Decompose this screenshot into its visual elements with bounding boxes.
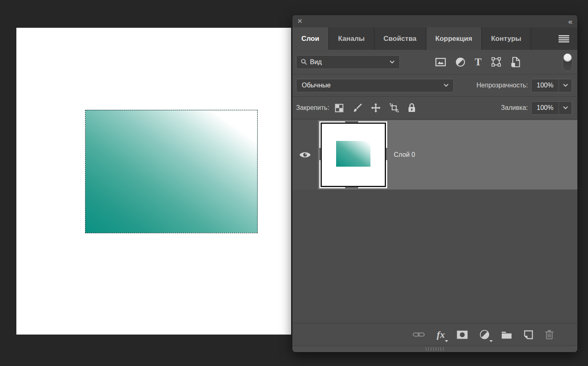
- fill-dropdown-button[interactable]: [559, 102, 572, 114]
- tabstrip-filler: [531, 27, 577, 50]
- layer-visibility-cell[interactable]: [292, 120, 318, 190]
- lock-position-icon[interactable]: [371, 103, 381, 113]
- lock-row: Закрепить:: [292, 97, 577, 119]
- fill-field[interactable]: 100%: [531, 101, 572, 115]
- kind-filter-buttons: T: [435, 57, 520, 67]
- lock-artboard-nesting-icon[interactable]: [389, 103, 399, 113]
- layer-name[interactable]: Слой 0: [394, 151, 415, 158]
- lock-all-icon[interactable]: [408, 103, 416, 113]
- chevron-down-icon: [390, 60, 395, 64]
- thumbnail-frame-notch: [345, 187, 358, 188]
- opacity-dropdown-button[interactable]: [559, 79, 572, 92]
- layer-row[interactable]: Слой 0: [292, 120, 577, 190]
- layer-list[interactable]: Слой 0: [292, 119, 577, 323]
- new-adjustment-layer-button[interactable]: [480, 330, 489, 339]
- link-layers-button[interactable]: [413, 331, 425, 338]
- adjustment-layers-filter-icon[interactable]: [456, 57, 465, 67]
- smart-objects-filter-icon[interactable]: [511, 57, 520, 67]
- new-layer-button[interactable]: [524, 330, 533, 339]
- filter-kind-label: Вид: [310, 58, 390, 66]
- chevron-down-icon: [563, 106, 568, 109]
- lock-image-pixels-icon[interactable]: [352, 103, 362, 113]
- tab-channels[interactable]: Каналы: [329, 27, 374, 50]
- folder-icon: [501, 330, 512, 339]
- dropdown-indicator: [445, 340, 448, 344]
- layers-footer-toolbar: fx: [292, 323, 577, 346]
- shape-layers-filter-icon[interactable]: [491, 57, 501, 67]
- close-icon[interactable]: ✕: [297, 18, 303, 25]
- search-icon: [301, 58, 307, 65]
- blend-mode-value: Обычные: [302, 82, 444, 89]
- fill-value: 100%: [532, 104, 559, 112]
- blend-mode-dropdown[interactable]: Обычные: [296, 79, 454, 92]
- lock-transparent-pixels-icon[interactable]: [334, 103, 344, 113]
- collapse-panel-icon[interactable]: «: [568, 18, 572, 25]
- link-icon: [413, 331, 425, 338]
- blend-mode-row: Обычные Непрозрачность: 100%: [292, 74, 577, 97]
- layers-panel: ✕ « Слои Каналы Свойства Коррекция Конту…: [292, 15, 577, 352]
- thumbnail-gradient-preview: [336, 141, 370, 167]
- panel-header-bar[interactable]: ✕ «: [292, 15, 577, 27]
- eye-icon[interactable]: [299, 151, 311, 159]
- chevron-down-icon: [563, 84, 568, 87]
- opacity-value: 100%: [532, 82, 559, 89]
- layer-style-button[interactable]: fx: [437, 330, 445, 339]
- tab-properties[interactable]: Свойства: [375, 27, 426, 50]
- filter-toggle-knob: [563, 54, 572, 62]
- panel-menu-icon[interactable]: [559, 35, 569, 42]
- new-layer-icon: [524, 330, 533, 339]
- filter-kind-dropdown[interactable]: Вид: [296, 55, 400, 69]
- layer-thumbnail[interactable]: [321, 123, 386, 187]
- fx-icon: fx: [437, 330, 445, 339]
- lock-label: Закрепить:: [296, 104, 329, 112]
- new-group-button[interactable]: [501, 330, 512, 339]
- fill-label: Заливка:: [501, 104, 528, 112]
- chevron-down-icon: [444, 84, 449, 87]
- lock-buttons: [334, 103, 416, 113]
- document-canvas[interactable]: [16, 28, 291, 335]
- filter-row: Вид T: [292, 50, 577, 74]
- thumbnail-frame-notch: [386, 148, 387, 160]
- opacity-field[interactable]: 100%: [531, 79, 572, 92]
- adjustment-circle-icon: [480, 330, 489, 339]
- tab-layers[interactable]: Слои: [292, 27, 328, 50]
- gradient-selection[interactable]: [85, 110, 258, 233]
- tab-paths[interactable]: Контуры: [482, 27, 530, 50]
- layer-mask-icon: [457, 330, 468, 339]
- type-layers-filter-icon[interactable]: T: [475, 57, 482, 67]
- pixel-layers-filter-icon[interactable]: [435, 57, 446, 67]
- panel-resize-strip[interactable]: [292, 346, 577, 352]
- trash-icon: [545, 330, 554, 339]
- delete-layer-button[interactable]: [545, 330, 554, 339]
- layer-thumbnail-frame: [319, 121, 387, 188]
- filter-toggle-switch[interactable]: [563, 53, 572, 71]
- dropdown-indicator: [489, 340, 493, 344]
- opacity-label: Непрозрачность:: [476, 82, 528, 89]
- tab-adjustments[interactable]: Коррекция: [426, 27, 481, 50]
- add-layer-mask-button[interactable]: [457, 330, 468, 339]
- resize-grip[interactable]: [426, 347, 444, 351]
- panel-tabstrip: Слои Каналы Свойства Коррекция Контуры: [292, 27, 577, 50]
